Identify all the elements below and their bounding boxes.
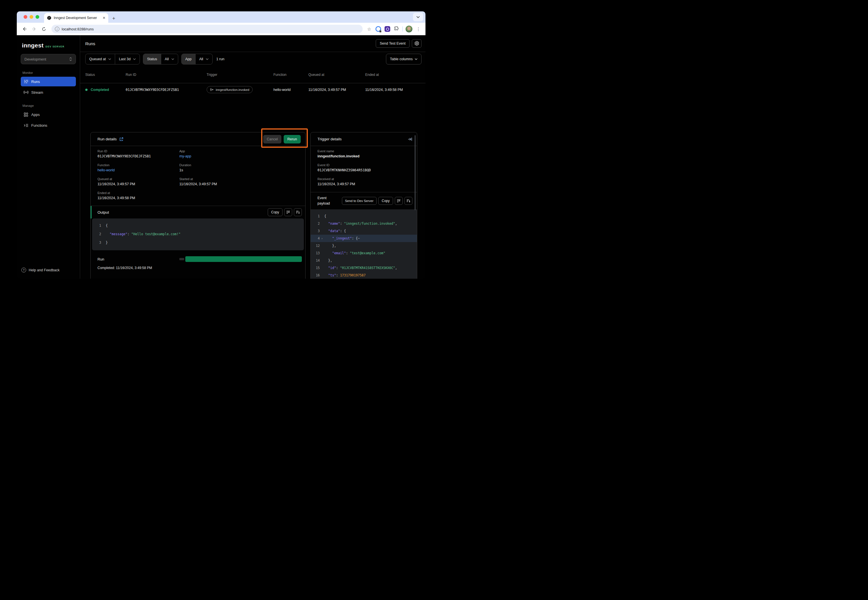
run-timeline: Run Completed: 11/16/2024, 3:49:58 PM › … — [91, 250, 305, 279]
external-link-icon[interactable] — [119, 137, 123, 141]
browser-tab-strip: Inngest Development Server ✕ + — [17, 11, 425, 23]
logo-wordmark: inngest — [22, 42, 44, 49]
run-table-row[interactable]: Completed 01JCVBTMV3WXY9D3CFDEJFZSB1 inn… — [80, 83, 425, 96]
code-line: 2 "name": "inngest/function.invoked", — [311, 220, 417, 227]
dev-server-settings-button[interactable] — [412, 39, 422, 48]
ended-at-cell: 11/16/2024, 3:49:58 PM — [365, 88, 422, 92]
browser-tab[interactable]: Inngest Development Server ✕ — [44, 13, 108, 23]
sidebar-item-label: Stream — [31, 90, 43, 95]
sidebar-item-stream[interactable]: Stream — [21, 88, 76, 97]
browser-toolbar: i localhost:8288/runs ☆ ⋮ — [17, 23, 425, 35]
timeline-run-row[interactable]: Run — [97, 256, 301, 262]
environment-select[interactable]: Development — [21, 54, 76, 64]
payload-copy-button[interactable]: Copy — [378, 197, 393, 205]
word-wrap-icon[interactable] — [284, 208, 292, 216]
started-at-value: 11/16/2024, 3:49:57 PM — [179, 182, 299, 186]
app-filter-value: All — [199, 57, 203, 61]
desktop: Inngest Development Server ✕ + i localho… — [0, 0, 434, 300]
site-info-icon[interactable]: i — [55, 27, 59, 31]
page-header: Runs Send Test Event — [80, 35, 425, 52]
purple-extension-icon[interactable] — [384, 26, 390, 32]
environment-select-value: Development — [24, 57, 46, 61]
app-filter-dropdown[interactable]: All — [195, 54, 212, 64]
trigger-event-name: inngest/function.invoked — [216, 88, 249, 91]
cancel-button[interactable]: Cancel — [263, 135, 281, 144]
status-filter-value: All — [165, 57, 169, 61]
minimize-window-button[interactable] — [30, 15, 33, 19]
address-bar[interactable]: i localhost:8288/runs — [52, 25, 363, 33]
payload-scrollbar[interactable] — [415, 135, 416, 210]
bookmark-star-icon[interactable]: ☆ — [366, 26, 372, 32]
new-tab-button[interactable]: + — [112, 16, 115, 21]
field-label: Function — [97, 164, 179, 167]
chevron-down-icon — [415, 58, 417, 60]
monitor-section-label: Monitor — [23, 71, 74, 74]
event-payload-label: Event payload — [317, 195, 332, 206]
code-line: 1{ — [311, 212, 417, 220]
run-details-title: Run details — [97, 137, 117, 141]
output-title: Output — [97, 210, 109, 215]
word-wrap-icon[interactable] — [395, 197, 403, 205]
code-line: 12 }, — [311, 242, 417, 249]
status-filter-dropdown[interactable]: All — [161, 54, 178, 64]
profile-avatar[interactable] — [405, 26, 413, 32]
window-controls[interactable] — [24, 15, 39, 19]
extensions-puzzle-icon[interactable] — [393, 26, 400, 32]
trigger-details-panel: Trigger details Event nameinngest/functi… — [310, 132, 417, 279]
output-copy-button[interactable]: Copy — [268, 208, 282, 216]
runs-list-icon — [24, 80, 29, 83]
field-label: Queued at — [97, 177, 179, 181]
send-to-dev-server-button[interactable]: Send to Dev Server — [342, 197, 376, 205]
tab-title: Inngest Development Server — [54, 16, 100, 20]
close-window-button[interactable] — [24, 15, 27, 19]
time-range-dropdown[interactable]: Last 3d — [115, 54, 140, 64]
sidebar-item-runs[interactable]: Runs — [21, 77, 76, 86]
tab-search-chevron-icon[interactable] — [413, 13, 423, 21]
timeline-run-label: Run — [97, 257, 104, 261]
run-details-area: Run details Cancel Rerun Run ID01JCVBTMV… — [80, 132, 425, 279]
table-columns-button[interactable]: Table columns — [386, 54, 422, 65]
time-field-dropdown[interactable]: Queued at — [85, 54, 115, 64]
url-text[interactable]: localhost:8288/runs — [62, 27, 94, 31]
time-field-value: Queued at — [89, 57, 106, 61]
expand-lines-icon[interactable] — [294, 208, 302, 216]
dev-server-badge: DEV SERVER — [46, 45, 65, 48]
code-line: 3 "data": { — [311, 227, 417, 235]
send-test-event-button[interactable]: Send Test Event — [376, 39, 410, 48]
ended-at-value: 11/16/2024, 3:49:58 PM — [97, 196, 179, 200]
help-question-icon: ? — [21, 268, 26, 273]
output-accent-bar — [91, 206, 91, 218]
function-cell: hello-world — [273, 88, 308, 92]
back-icon[interactable] — [20, 25, 29, 33]
queued-at-cell: 11/16/2024, 3:49:57 PM — [308, 88, 365, 92]
column-header-trigger: Trigger — [206, 73, 273, 77]
help-and-feedback[interactable]: ? Help and Feedback — [21, 268, 59, 273]
event-trigger-pill[interactable]: inngest/function.invoked — [206, 86, 253, 93]
app-link[interactable]: my-app — [179, 154, 299, 158]
zoom-window-button[interactable] — [35, 15, 39, 19]
password-manager-extension-icon[interactable] — [375, 26, 381, 32]
trigger-details-title: Trigger details — [317, 137, 341, 141]
toolbar-icons: ☆ ⋮ — [366, 26, 422, 32]
sidebar-item-functions[interactable]: Functions — [21, 120, 76, 130]
event-payload-code-block: 1{2 "name": "inngest/function.invoked",3… — [311, 209, 417, 279]
app-filter: App All — [181, 54, 212, 65]
toolbar-separator — [402, 26, 403, 32]
run-status: Completed — [91, 88, 109, 92]
reload-icon[interactable] — [39, 25, 48, 33]
expand-lines-icon[interactable] — [404, 197, 413, 205]
filter-bar: Queued at Last 3d Status All — [80, 52, 425, 66]
browser-menu-icon[interactable]: ⋮ — [415, 26, 422, 32]
forward-icon[interactable] — [30, 25, 38, 33]
sidebar-item-apps[interactable]: Apps — [21, 110, 76, 119]
tab-close-icon[interactable]: ✕ — [103, 16, 105, 20]
output-section: Output Copy — [91, 206, 305, 250]
timeline-run-bar[interactable] — [185, 256, 302, 262]
rerun-button[interactable]: Rerun — [284, 135, 301, 144]
collapse-panel-icon[interactable] — [408, 137, 413, 141]
table-columns-label: Table columns — [390, 57, 413, 61]
collapse-json-chevron-icon[interactable]: › — [320, 237, 324, 240]
inngest-logo: inngest DEV SERVER — [21, 40, 76, 54]
code-line: 4› "_inngest": {⋯ — [311, 235, 417, 242]
function-link[interactable]: hello-world — [97, 168, 179, 172]
